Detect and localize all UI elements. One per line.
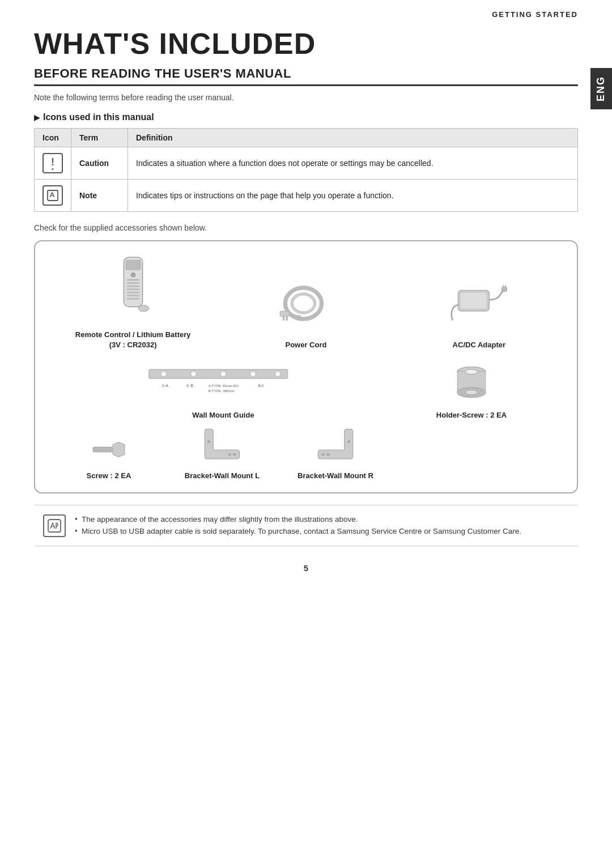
wall-mount-illustration: ⊙ A ⊙ B A-TYPE: 81mm B⊙ B-TYPE: 360mm A⊙ — [144, 359, 303, 405]
table-header-definition: Definition — [128, 129, 578, 147]
svg-rect-2 — [126, 260, 141, 270]
section-label: GETTING STARTED — [492, 10, 578, 19]
svg-point-50 — [207, 440, 210, 442]
holder-screw-label: Holder-Screw : 2 EA — [436, 410, 507, 420]
screw-label: Screw : 2 EA — [87, 471, 131, 481]
table-header-icon: Icon — [35, 129, 71, 147]
accessories-box: Remote Control / Lithium Battery (3V : C… — [34, 240, 578, 493]
note-bullets: The appearance of the accessories may di… — [75, 513, 521, 538]
power-cord-label: Power Cord — [286, 340, 327, 350]
svg-rect-19 — [502, 287, 507, 291]
adapter-illustration — [448, 278, 510, 334]
caution-term: Caution — [71, 147, 128, 180]
bracket-l-label: Bracket-Wall Mount L — [185, 471, 260, 481]
intro-text: Note the following terms before reading … — [34, 93, 578, 102]
table-row: ! Caution Indicates a situation where a … — [35, 147, 578, 180]
caution-definition: Indicates a situation where a function d… — [128, 147, 578, 180]
svg-rect-5 — [127, 282, 139, 284]
svg-point-42 — [465, 390, 477, 395]
svg-rect-9 — [127, 295, 139, 296]
icon-table: Icon Term Definition ! Caution Indicates… — [34, 128, 578, 212]
page-number: 5 — [34, 563, 578, 573]
svg-point-26 — [192, 373, 195, 376]
svg-rect-22 — [149, 370, 288, 379]
svg-point-28 — [222, 373, 224, 376]
svg-point-54 — [322, 453, 325, 456]
accessories-mid-row: ⊙ A ⊙ B A-TYPE: 81mm B⊙ B-TYPE: 360mm A⊙… — [46, 359, 566, 420]
svg-point-53 — [347, 440, 350, 442]
table-row: Note Indicates tips or instructions on t… — [35, 180, 578, 212]
svg-point-32 — [277, 373, 279, 376]
main-content: WHAT'S INCLUDED BEFORE READING THE USER'… — [0, 19, 612, 595]
accessory-power-cord: Power Cord — [219, 278, 392, 350]
accessories-bottom-row: Screw : 2 EA Bracket-Wall Mount L — [46, 427, 566, 481]
svg-rect-18 — [461, 293, 487, 309]
accessory-bracket-l: Bracket-Wall Mount L — [165, 427, 279, 481]
wall-mount-label: Wall Mount Guide — [192, 410, 254, 420]
remote-illustration — [110, 256, 156, 324]
accessories-top-row: Remote Control / Lithium Battery (3V : C… — [46, 256, 566, 350]
page-title: WHAT'S INCLUDED — [34, 27, 578, 61]
svg-point-52 — [233, 453, 236, 456]
table-header-term: Term — [71, 129, 128, 147]
accessory-wall-mount: ⊙ A ⊙ B A-TYPE: 81mm B⊙ B-TYPE: 360mm A⊙… — [58, 359, 389, 420]
svg-point-3 — [131, 273, 135, 277]
svg-rect-16 — [286, 317, 288, 321]
note-term: Note — [71, 180, 128, 212]
screw-illustration — [89, 432, 129, 466]
svg-point-13 — [292, 294, 314, 313]
svg-marker-44 — [113, 442, 125, 457]
accessory-holder-screw: Holder-Screw : 2 EA — [389, 359, 554, 420]
accessory-adapter: AC/DC Adapter — [393, 278, 566, 350]
note-icon-cell — [35, 180, 71, 212]
svg-rect-4 — [127, 279, 139, 281]
note-definition: Indicates tips or instructions on the pa… — [128, 180, 578, 212]
bracket-r-label: Bracket-Wall Mount R — [298, 471, 373, 481]
svg-point-55 — [326, 453, 329, 456]
note-icon — [42, 185, 63, 206]
note-box: The appearance of the accessories may di… — [34, 505, 578, 546]
svg-rect-56 — [48, 520, 61, 532]
accessory-screw: Screw : 2 EA — [52, 432, 165, 481]
check-text: Check for the supplied accessories shown… — [34, 223, 578, 232]
section-heading: BEFORE READING THE USER'S MANUAL — [34, 66, 578, 86]
accessory-bracket-r: Bracket-Wall Mount R — [279, 427, 392, 481]
svg-text:A⊙: A⊙ — [258, 384, 264, 388]
header-bar: GETTING STARTED — [0, 0, 612, 19]
svg-rect-10 — [127, 298, 139, 300]
svg-point-30 — [252, 373, 254, 376]
note-bullet-1: The appearance of the accessories may di… — [75, 513, 521, 526]
svg-point-11 — [138, 305, 148, 312]
svg-rect-7 — [127, 288, 139, 290]
icons-heading: Icons used in this manual — [34, 112, 578, 122]
note-box-icon — [43, 514, 66, 537]
side-tab-eng: ENG — [590, 68, 612, 109]
adapter-label: AC/DC Adapter — [453, 340, 505, 350]
svg-point-41 — [465, 369, 477, 375]
note-bullet-2: Micro USB to USB adapter cable is sold s… — [75, 525, 521, 538]
svg-rect-14 — [280, 311, 290, 316]
svg-text:⊙ A: ⊙ A — [162, 384, 169, 388]
svg-rect-15 — [283, 317, 285, 321]
accessory-remote: Remote Control / Lithium Battery (3V : C… — [46, 256, 219, 350]
svg-text:A-TYPE: 81mm  B⊙: A-TYPE: 81mm B⊙ — [209, 384, 239, 388]
remote-label: Remote Control / Lithium Battery (3V : C… — [75, 330, 191, 350]
power-cord-illustration — [275, 278, 337, 334]
bracket-r-illustration — [310, 427, 361, 466]
svg-rect-6 — [127, 286, 139, 287]
caution-icon-cell: ! — [35, 147, 71, 180]
holder-screw-illustration — [449, 359, 494, 405]
bracket-l-illustration — [197, 427, 248, 466]
svg-text:B-TYPE: 360mm: B-TYPE: 360mm — [209, 389, 235, 393]
svg-point-51 — [228, 453, 231, 456]
svg-rect-8 — [127, 292, 139, 293]
svg-point-24 — [162, 373, 165, 376]
svg-text:⊙ B: ⊙ B — [186, 384, 193, 388]
caution-icon: ! — [42, 153, 63, 173]
